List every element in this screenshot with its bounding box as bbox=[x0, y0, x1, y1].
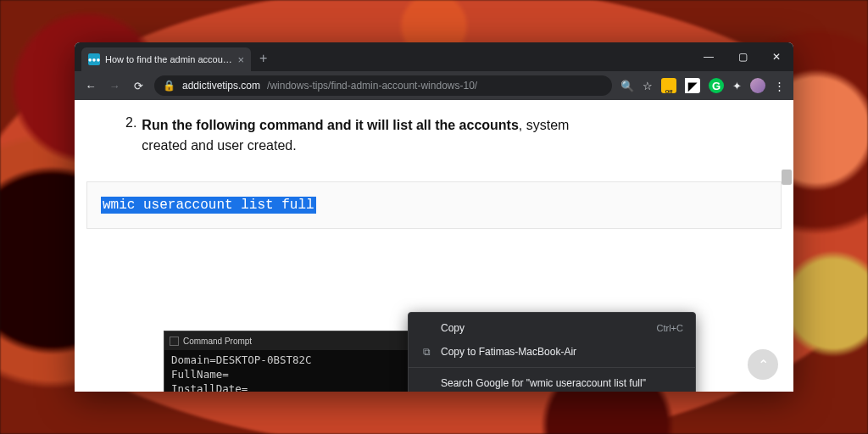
scrollbar[interactable] bbox=[782, 105, 792, 387]
list-number: 2. bbox=[125, 115, 136, 156]
url-path: /windows-tips/find-admin-account-windows… bbox=[267, 80, 477, 92]
tab-title: How to find the admin account o bbox=[105, 54, 232, 64]
extension-off-icon[interactable] bbox=[661, 78, 676, 93]
lock-icon: 🔒 bbox=[163, 80, 175, 92]
extensions-puzzle-icon[interactable]: ✦ bbox=[732, 80, 742, 92]
close-tab-icon[interactable]: × bbox=[237, 53, 244, 66]
bookmark-star-icon[interactable]: ☆ bbox=[643, 80, 653, 92]
menu-kebab-icon[interactable]: ⋮ bbox=[774, 80, 785, 92]
chrome-window: ●●● How to find the admin account o × + … bbox=[75, 42, 793, 392]
list-text: Run the following command and it will li… bbox=[142, 115, 569, 156]
separator bbox=[409, 367, 695, 368]
url-host: addictivetips.com bbox=[182, 80, 260, 92]
cmd-icon bbox=[170, 337, 179, 346]
address-bar: ← → ⟳ 🔒 addictivetips.com/windows-tips/f… bbox=[75, 71, 793, 100]
devices-icon: ⧉ bbox=[420, 346, 432, 358]
toolbar-actions: 🔍 ☆ ◤ G ✦ ⋮ bbox=[620, 78, 785, 93]
article-body: 2. Run the following command and it will… bbox=[75, 100, 793, 156]
page-viewport: 2. Run the following command and it will… bbox=[75, 100, 793, 392]
browser-tab[interactable]: ●●● How to find the admin account o × bbox=[81, 47, 251, 71]
chevron-up-icon: ⌃ bbox=[758, 357, 769, 373]
cmd-title: Command Prompt bbox=[183, 337, 252, 346]
zoom-icon[interactable]: 🔍 bbox=[620, 80, 634, 92]
extension-grammarly-icon[interactable]: G bbox=[709, 78, 724, 93]
maximize-button[interactable]: ▢ bbox=[726, 42, 760, 71]
selected-code-text: wmic useraccount list full bbox=[101, 197, 316, 214]
window-controls: — ▢ ✕ bbox=[692, 42, 793, 71]
ctx-search-google[interactable]: Search Google for "wmic useraccount list… bbox=[409, 371, 695, 392]
titlebar: ●●● How to find the admin account o × + … bbox=[75, 42, 793, 71]
close-window-button[interactable]: ✕ bbox=[760, 42, 793, 71]
ctx-copy-to-device[interactable]: ⧉ Copy to Fatimas-MacBook-Air bbox=[409, 340, 695, 364]
minimize-button[interactable]: — bbox=[692, 42, 726, 71]
extension-tag-icon[interactable]: ◤ bbox=[685, 78, 700, 93]
omnibox[interactable]: 🔒 addictivetips.com/windows-tips/find-ad… bbox=[154, 75, 612, 96]
forward-button[interactable]: → bbox=[107, 80, 122, 92]
ctx-copy[interactable]: Copy Ctrl+C bbox=[409, 316, 695, 340]
reload-button[interactable]: ⟳ bbox=[131, 80, 146, 92]
back-button[interactable]: ← bbox=[83, 80, 98, 92]
scroll-to-top-button[interactable]: ⌃ bbox=[748, 349, 778, 380]
code-block[interactable]: wmic useraccount list full bbox=[86, 181, 782, 229]
list-text-bold: Run the following command and it will li… bbox=[142, 118, 518, 132]
profile-avatar-icon[interactable] bbox=[750, 78, 765, 93]
new-tab-button[interactable]: + bbox=[259, 51, 267, 66]
favicon-icon: ●●● bbox=[88, 53, 100, 65]
context-menu: Copy Ctrl+C ⧉ Copy to Fatimas-MacBook-Ai… bbox=[408, 312, 696, 392]
